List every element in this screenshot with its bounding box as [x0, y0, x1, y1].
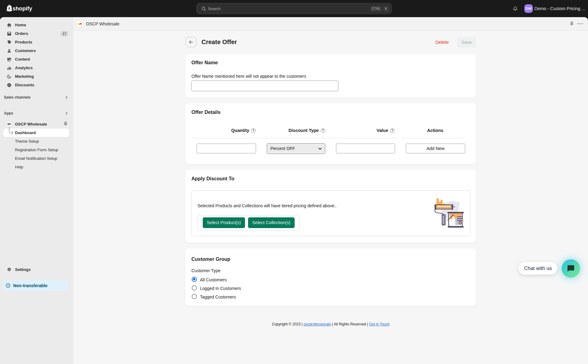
- svg-text:shopify: shopify: [13, 6, 32, 12]
